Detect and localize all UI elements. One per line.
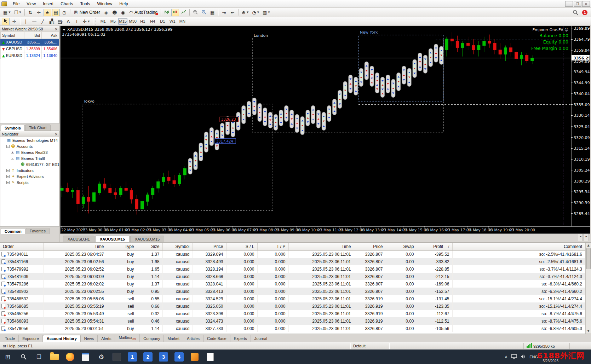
orders-col-time-1[interactable]: Time [43,243,107,250]
menu-charts[interactable]: Charts [57,1,76,7]
status-profile[interactable]: Default [350,343,389,349]
language-indicator[interactable]: ENG [529,355,538,359]
order-row[interactable]: 7354790562025.05.23 06:01:51buy1.14xauus… [0,325,585,332]
window-tile-3-button[interactable]: 3 [156,349,171,364]
col-symbol[interactable]: Symbol [1,32,24,39]
orders-col-sl-6[interactable]: S / L [226,243,257,250]
tree-item-accounts[interactable]: -☻Accounts [0,143,59,149]
chart-shift-button[interactable]: ⇤ [229,9,236,16]
order-row[interactable]: 7354840112025.05.23 06:04:37buy1.37xauus… [0,250,585,258]
bar-chart-button[interactable] [163,9,171,16]
restore-button[interactable]: ❐ [574,1,581,7]
trading-app-button[interactable] [187,349,202,364]
cursor-button[interactable] [2,18,10,25]
horizontal-line-button[interactable]: — [30,18,38,25]
profiles-button[interactable]: ❐▼ [13,9,23,16]
symbol-row-eurusd[interactable]: ▲ EURUSD1.136241.13640 [1,52,59,59]
col-bid[interactable]: Bid [24,32,42,39]
table-scrollbar[interactable]: ▲ ▼ [585,243,591,334]
strategy-tester-button[interactable]: ◷ [61,9,68,16]
line-chart-button[interactable] [180,9,188,16]
tile-windows-button[interactable]: ▦ [208,9,216,16]
menu-file[interactable]: File [9,1,23,7]
notepad-button[interactable] [78,349,93,364]
expand-icon[interactable]: + [6,169,10,172]
templates-button[interactable]: ▧▼ [261,9,271,16]
tab-alerts[interactable]: Alerts [98,335,115,342]
window-tile-4-button[interactable]: 4 [171,349,187,364]
minimize-button[interactable]: – [565,1,573,7]
file-explorer-button[interactable] [47,349,62,364]
zoom-out-button[interactable] [200,9,208,16]
trendline-button[interactable]: ╱ [39,18,47,25]
orders-col-price-9[interactable]: Price [354,243,386,250]
market-watch-button[interactable]: ⇅ [27,9,34,16]
tab-articles[interactable]: Articles [183,335,203,342]
orders-col-price-5[interactable]: Price [193,243,226,250]
tab-tick-chart[interactable]: Tick Chart [25,125,51,131]
crosshair-button[interactable]: ✛ [10,18,18,25]
chart-tab-2[interactable]: XAUUSD,M15 [130,236,164,242]
collapse-icon[interactable]: - [6,145,10,148]
chart-window[interactable]: TokyoLondonNew York3326.233317.4243369.8… [60,26,590,234]
tab-news[interactable]: News [81,335,98,342]
menu-help[interactable]: Help [116,1,132,7]
orders-col-time-8[interactable]: Time [288,243,354,250]
orders-col-type-2[interactable]: Type [107,243,137,250]
indicators-button[interactable]: ⊕▼ [240,9,250,16]
data-window-button[interactable]: ✛ [35,9,43,16]
scroll-thumb[interactable] [586,248,591,269]
order-row[interactable]: 7354668932025.05.23 05:54:31sell0.46xauu… [0,317,585,325]
settings-button[interactable]: ⚙ [93,349,109,364]
expand-icon[interactable]: + [6,175,10,178]
chart-tab-0[interactable]: XAUUSD,H1 [63,236,94,242]
orders-col-profit-11[interactable]: Profit/ [417,243,452,250]
order-row[interactable]: 7354809022025.05.23 06:02:55buy0.95xauus… [0,288,585,295]
orders-col-tp-7[interactable]: T / P [257,243,288,250]
new-chart-button[interactable]: ▦▼ [2,9,12,16]
timeframe-m15[interactable]: M15 [118,18,127,25]
display-icon[interactable] [511,354,517,360]
tree-item-exness-trial8[interactable]: -▤Exness-Trial8 [0,155,59,161]
task-view-button[interactable]: ❐ [31,349,47,364]
tree-item-exness-technologies-mt4[interactable]: ▦Exness Technologies MT4 [0,137,59,143]
tab-journal[interactable]: Journal [251,335,271,342]
scroll-left-icon[interactable]: ◂ [578,234,583,241]
order-row[interactable]: 7354686852025.05.23 05:55:19sell0.66xauu… [0,302,585,310]
equidistant-channel-button[interactable]: ▞E [47,18,55,25]
chart-tab-1[interactable]: XAUUSD,M15 [95,236,130,242]
tab-mailbox[interactable]: Mailbox89 [115,334,140,342]
tray-chevron-icon[interactable]: ∧ [505,354,507,359]
tree-item-expert-advisors[interactable]: +✦Expert Advisors [0,173,59,179]
menu-tools[interactable]: Tools [77,1,94,7]
close-icon[interactable]: × [55,27,58,31]
col-ask[interactable]: Ask [42,32,59,39]
tab-company[interactable]: Company [140,335,164,342]
zoom-in-button[interactable] [191,9,199,16]
order-row[interactable]: 7354799922025.05.23 06:02:52buy1.65xauus… [0,265,585,273]
price-chart[interactable]: TokyoLondonNew York3326.233317.4243369.8… [61,26,590,233]
new-order-button[interactable]: 🖹New Order [72,9,102,16]
navigator-button[interactable]: ★ [44,9,51,16]
orders-col-size-3[interactable]: Size [137,243,162,250]
scroll-down-icon[interactable]: ▼ [587,328,589,334]
scroll-up-icon[interactable]: ▲ [587,243,589,248]
search-icon[interactable] [571,9,580,16]
auto-scroll-button[interactable]: ⇥ [220,9,228,16]
menu-insert[interactable]: Insert [39,1,57,7]
close-button[interactable]: × [582,1,590,7]
tab-market[interactable]: Market [164,335,183,342]
window-tile-1-button[interactable]: 1 [125,349,140,364]
tab-account-history[interactable]: Account History [43,335,81,342]
symbol-row-xauusd[interactable]: ▲ XAUUSD3356....3356.... [1,39,59,45]
timeframe-m5[interactable]: M5 [108,18,117,25]
timeframe-m30[interactable]: M30 [128,18,137,25]
tab-experts[interactable]: Experts [230,335,251,342]
order-row[interactable]: 7354811662025.05.23 06:02:56buy1.98xauus… [0,258,585,265]
terminal-button[interactable]: ▤ [52,9,60,16]
fibonacci-button[interactable]: ▤F [56,18,64,25]
experts-button[interactable]: ☻ [111,9,119,16]
timeframe-m1[interactable]: M1 [98,18,108,25]
tab-code-base[interactable]: Code Base [203,335,230,342]
candle-chart-button[interactable] [171,9,179,16]
